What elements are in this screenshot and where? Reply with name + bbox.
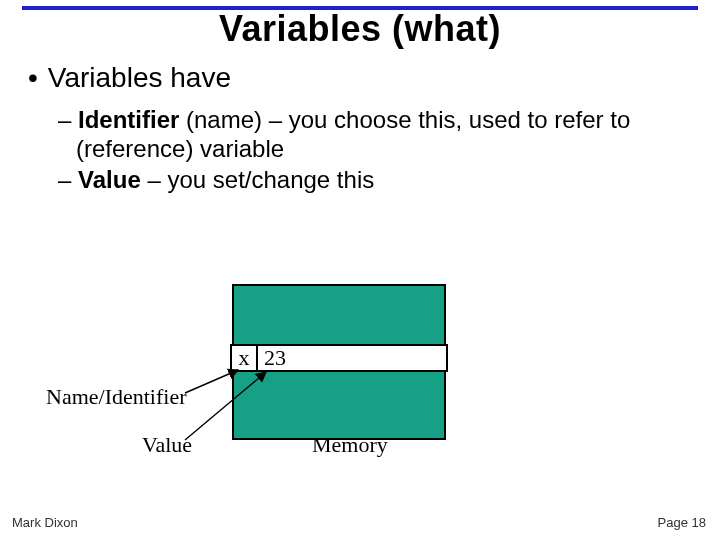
footer-author: Mark Dixon [12,515,78,530]
memory-diagram: x 23 [232,284,446,440]
label-value: Value [142,432,192,458]
variable-value-cell: 23 [258,344,448,372]
footer-page: Page 18 [658,515,706,530]
slide-title: Variables (what) [0,8,720,50]
bullet-dot-icon: • [28,62,38,93]
bullet-level1: •Variables have [28,62,231,94]
slide: Variables (what) •Variables have – Ident… [0,0,720,540]
sub-bullet-value: – Value – you set/change this [76,166,686,195]
dash-icon: – [58,106,78,133]
arrow-name-to-x [185,370,238,393]
dash-icon: – [58,166,78,193]
variable-name-cell: x [230,344,258,372]
variable-row: x 23 [230,344,448,372]
value-term: Value [78,166,141,193]
bullet-text: Variables have [48,62,231,93]
value-desc: – you set/change this [141,166,374,193]
label-memory: Memory [312,432,388,458]
sub-bullet-identifier: – Identifier (name) – you choose this, u… [76,106,686,164]
identifier-term: Identifier [78,106,179,133]
label-name-identifier: Name/Identifier [46,384,187,410]
